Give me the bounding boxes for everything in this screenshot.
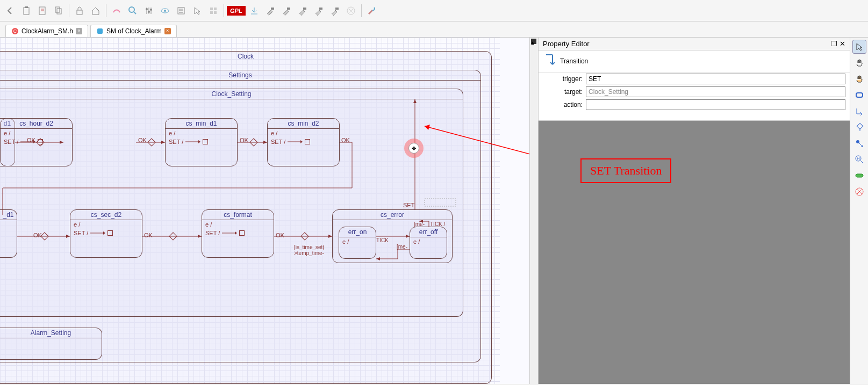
grab-tool-icon[interactable] (852, 72, 866, 86)
action-input[interactable] (586, 99, 845, 110)
grid-icon[interactable] (206, 3, 221, 18)
state-title: cs_min_d2 (268, 119, 339, 129)
history-tool-icon[interactable]: H (852, 152, 866, 166)
copy-icon[interactable] (51, 3, 66, 18)
tick-label: TICK (376, 237, 389, 243)
svg-rect-19 (303, 8, 306, 10)
search-icon[interactable] (125, 3, 140, 18)
separator (69, 4, 69, 17)
svg-rect-20 (319, 8, 322, 10)
internal-set: SET / (166, 137, 237, 146)
svg-rect-5 (77, 10, 82, 14)
svg-rect-18 (287, 8, 290, 10)
svg-rect-4 (57, 9, 61, 14)
download-icon[interactable] (247, 3, 262, 18)
target-input[interactable] (586, 86, 845, 97)
entry-action: e / (202, 220, 274, 229)
list-icon[interactable] (174, 3, 189, 18)
state-cs-format[interactable]: cs_format e / SET / (202, 209, 274, 258)
scroll-up-icon[interactable]: ▴ (531, 39, 536, 44)
stop-icon[interactable] (343, 3, 358, 18)
entry-action: e / (1, 129, 72, 137)
gpl-badge: GPL (227, 6, 246, 16)
state-err-off[interactable]: err_off e / (410, 227, 447, 259)
state-err-on[interactable]: err_on e / (339, 227, 376, 259)
hammer-icon[interactable] (311, 3, 326, 18)
state-cs-hour-d2[interactable]: cs_hour_d2 e / SET / (0, 118, 73, 166)
svg-rect-0 (24, 8, 29, 14)
panel-title: Property Editor (543, 40, 590, 48)
state-title: Settings (0, 70, 480, 81)
text-area[interactable] (539, 111, 850, 121)
entry-action: e / (166, 129, 237, 137)
ok-label: OK (341, 137, 350, 143)
transition-icon (543, 54, 556, 69)
state-cs-min-d2[interactable]: cs_min_d2 e / SET / (267, 118, 340, 166)
separator (361, 4, 362, 17)
state-title: Clock_Setting (0, 89, 463, 99)
svg-rect-15 (210, 11, 213, 14)
cursor-icon[interactable] (190, 3, 205, 18)
hammer-icon[interactable] (263, 3, 278, 18)
paste-icon[interactable] (19, 3, 34, 18)
state-title: err_off (410, 227, 447, 237)
back-icon[interactable] (3, 3, 18, 18)
home-icon[interactable] (88, 3, 103, 18)
restore-icon[interactable]: ❐ (831, 40, 837, 48)
close-icon[interactable]: × (164, 28, 171, 34)
state-title: Clock (0, 52, 491, 61)
lock-icon[interactable] (72, 3, 87, 18)
separator (106, 4, 106, 17)
state-e-d1[interactable]: _d1 (0, 209, 17, 258)
tab-state-machine[interactable]: SM of Clock_Alarm × (90, 25, 177, 37)
me-label: [me- (397, 244, 407, 250)
state-title: err_on (339, 227, 376, 237)
wrench-hammer-icon[interactable] (364, 3, 379, 18)
ok-label: OK (33, 232, 42, 238)
hammer-icon[interactable] (327, 3, 342, 18)
hand-tool-icon[interactable] (852, 56, 866, 70)
sliders-icon[interactable] (141, 3, 156, 18)
internal-set: SET / (268, 137, 339, 146)
state-cs-sec-d2[interactable]: cs_sec_d2 e / SET / (70, 209, 142, 258)
svg-text:H: H (857, 156, 860, 161)
action-label: action: (543, 101, 586, 108)
eye-icon[interactable] (157, 3, 173, 18)
diagram-canvas[interactable]: Clock Settings Clock_Setting Alarm_Setti… (0, 38, 538, 384)
guard-label: [is_time_set( >temp_time- (294, 244, 325, 256)
ok-label: OK (138, 137, 147, 143)
transition-tool-icon[interactable] (852, 104, 866, 118)
choice-tool-icon[interactable] (852, 120, 866, 134)
hammer-icon[interactable] (279, 3, 294, 18)
svg-point-7 (146, 8, 148, 10)
transition-handle[interactable]: ✥ (404, 139, 424, 158)
state-tool-icon[interactable] (852, 88, 866, 102)
svg-point-6 (129, 7, 134, 12)
link-tool-icon[interactable] (852, 169, 866, 183)
drag-icon[interactable] (109, 3, 124, 18)
tick-label: TICK / (430, 221, 445, 227)
annotation-callout: SET Transition (580, 158, 671, 183)
ok-label: OK (144, 232, 153, 238)
initial-tool-icon[interactable] (852, 136, 866, 150)
svg-rect-21 (335, 8, 339, 10)
trigger-input[interactable] (586, 74, 845, 84)
entry-action: e / (70, 220, 142, 229)
state-title: cs_format (202, 210, 274, 220)
tab-bar: C ClockAlarm_SM.h × SM of Clock_Alarm × (0, 21, 868, 38)
state-cs-min-d1[interactable]: cs_min_d1 e / SET / (165, 118, 238, 166)
close-icon[interactable]: ✕ (840, 40, 845, 48)
doc-icon[interactable] (35, 3, 50, 18)
vertical-scrollbar[interactable]: ▴ (529, 38, 538, 384)
svg-point-9 (150, 9, 152, 11)
tab-header-file[interactable]: C ClockAlarm_SM.h × (5, 25, 88, 37)
internal-set: SET / (1, 137, 72, 146)
state-alarm-setting[interactable]: Alarm_Setting (0, 328, 102, 360)
internal-set: SET / (70, 229, 142, 237)
svg-point-8 (148, 11, 150, 13)
delete-tool-icon[interactable] (852, 185, 866, 199)
cursor-tool-icon[interactable] (852, 40, 866, 54)
state-title: cs_hour_d2 (1, 119, 72, 129)
hammer-icon[interactable] (295, 3, 310, 18)
close-icon[interactable]: × (76, 28, 82, 34)
